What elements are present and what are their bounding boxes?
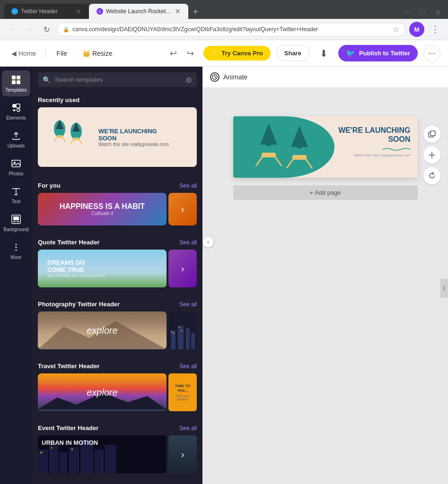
tab-twitter-header[interactable]: 🐦 Twitter Header ✕ xyxy=(4,4,89,19)
canvas-area: Animate xyxy=(202,67,448,484)
browser-chrome: 🐦 Twitter Header ✕ C Website Launch Rock… xyxy=(0,0,448,40)
panel-collapse-button[interactable]: ‹ xyxy=(202,236,214,248)
svg-rect-0 xyxy=(12,76,16,79)
uploads-icon xyxy=(10,130,22,141)
svg-point-13 xyxy=(16,244,17,245)
wave-divider xyxy=(338,147,410,151)
redo-button[interactable]: ↪ xyxy=(183,46,198,61)
purple-arrow-icon: › xyxy=(181,263,184,274)
sidebar-item-uploads[interactable]: Uploads xyxy=(2,126,30,152)
dreams-sub: We will help you achieve them xyxy=(47,273,157,278)
travel-explore-template[interactable]: explore xyxy=(38,373,167,411)
browser-menu-button[interactable]: ⋮ xyxy=(428,23,442,35)
app-header: ◀ Home File 👑 Resize ↩ ↪ ⭐ Try Canva Pro… xyxy=(0,40,448,67)
sidebar: Templates Elements Uploads xyxy=(0,67,32,484)
svg-rect-16 xyxy=(45,117,93,155)
launching-title: WE'RE LAUNCHINGSOON xyxy=(98,128,169,142)
launching-subtext: Watch this site reallygreasite.com xyxy=(98,142,169,147)
undo-button[interactable]: ↩ xyxy=(166,46,181,61)
forward-button[interactable]: → xyxy=(23,23,36,36)
back-button[interactable]: ← xyxy=(6,23,19,36)
file-menu[interactable]: File xyxy=(52,47,72,60)
svg-rect-28 xyxy=(186,328,190,349)
canvas-scroll[interactable]: WE'RE LAUNCHINGSOON Watch this site real… xyxy=(202,88,448,484)
user-avatar[interactable]: M xyxy=(409,22,424,37)
time-to-travel-template[interactable]: TIME TOTRA... Start your dreams xyxy=(168,373,197,411)
svg-rect-10 xyxy=(13,216,19,220)
maximize-button[interactable]: □ xyxy=(416,6,429,19)
duplicate-button[interactable] xyxy=(423,126,440,143)
tab-canva[interactable]: C Website Launch Rocketship Twitt... ✕ xyxy=(89,4,188,19)
explore-text: explore xyxy=(87,325,118,336)
explore-template[interactable]: explore xyxy=(38,311,167,349)
sidebar-item-templates[interactable]: Templates xyxy=(2,70,30,96)
sidebar-item-more[interactable]: More xyxy=(2,238,30,264)
minimize-button[interactable]: ─ xyxy=(401,6,414,19)
home-label: Home xyxy=(18,50,36,57)
more-label: More xyxy=(11,255,22,260)
try-pro-button[interactable]: ⭐ Try Canva Pro xyxy=(203,46,270,60)
more-options-button[interactable]: ··· xyxy=(423,45,440,62)
close-button[interactable]: ✕ xyxy=(431,6,444,19)
svg-rect-19 xyxy=(57,135,62,138)
svg-rect-2 xyxy=(12,80,16,84)
svg-rect-7 xyxy=(12,160,20,167)
text-icon xyxy=(10,186,22,197)
purple-template[interactable]: › xyxy=(168,250,197,287)
event-see-all[interactable]: See all xyxy=(179,425,197,432)
sidebar-item-photos[interactable]: Photos xyxy=(2,154,30,180)
share-button[interactable]: Share xyxy=(276,45,309,61)
quote-row: DREAMS DOCOME TRUE We will help you achi… xyxy=(38,250,197,287)
filter-button[interactable]: ⚙ xyxy=(185,75,192,84)
happiness-template[interactable]: HAPPINESS IS A HABIT Cultivate it xyxy=(38,193,167,225)
travel-see-all[interactable]: See all xyxy=(179,363,197,370)
add-page-button[interactable]: + Add page xyxy=(233,185,418,200)
launching-soon-template[interactable]: WE'RE LAUNCHINGSOON Watch this site real… xyxy=(38,107,197,167)
arrow-template[interactable]: › xyxy=(168,193,197,225)
bookmark-icon[interactable]: ☆ xyxy=(393,25,399,34)
city-template[interactable] xyxy=(168,311,197,349)
svg-rect-5 xyxy=(16,104,20,108)
address-bar[interactable]: 🔒 canva.com/design/DAEtQDNUYA0/dmc3tVZgc… xyxy=(57,23,405,36)
download-button[interactable]: ⬇ xyxy=(315,45,333,62)
tab-close-1[interactable]: ✕ xyxy=(76,8,81,15)
photography-see-all[interactable]: See all xyxy=(179,301,197,308)
rocket-thumbnail xyxy=(45,115,93,159)
svg-rect-38 xyxy=(69,447,79,473)
tab-bar: 🐦 Twitter Header ✕ C Website Launch Rock… xyxy=(0,0,448,19)
sidebar-item-elements[interactable]: Elements xyxy=(2,98,30,124)
svg-rect-3 xyxy=(17,80,20,84)
travel-title: Travel Twitter Header xyxy=(38,363,100,370)
tab-close-2[interactable]: ✕ xyxy=(175,8,181,15)
scroll-right-indicator xyxy=(440,279,448,300)
urban-template[interactable]: URBAN IN MOTION xyxy=(38,435,167,473)
dreams-template[interactable]: DREAMS DOCOME TRUE We will help you achi… xyxy=(38,250,167,287)
launching-card-text: WE'RE LAUNCHINGSOON Watch this site real… xyxy=(98,128,169,147)
dreams-text: DREAMS DOCOME TRUE xyxy=(47,259,157,273)
resize-menu[interactable]: 👑 Resize xyxy=(78,47,117,60)
animate-label[interactable]: Animate xyxy=(223,73,247,81)
svg-rect-48 xyxy=(430,131,435,136)
reload-button[interactable]: ↻ xyxy=(40,23,53,36)
sidebar-item-background[interactable]: Background xyxy=(2,210,30,236)
templates-label: Templates xyxy=(5,87,27,93)
for-you-see-all[interactable]: See all xyxy=(179,182,197,189)
home-button[interactable]: ◀ Home xyxy=(8,47,40,60)
publish-button[interactable]: 🐦 Publish to Twitter xyxy=(338,45,418,61)
animate-bar: Animate xyxy=(202,67,448,88)
new-tab-button[interactable]: + xyxy=(188,5,203,19)
design-canvas[interactable]: WE'RE LAUNCHINGSOON Watch this site real… xyxy=(233,116,418,178)
photos-icon xyxy=(10,158,22,169)
ttt-card: TIME TOTRA... Start your dreams xyxy=(170,382,195,402)
event-arrow-template[interactable]: › xyxy=(168,435,197,473)
search-box: 🔍 ⚙ xyxy=(38,72,197,87)
svg-rect-27 xyxy=(178,326,184,349)
search-input[interactable] xyxy=(38,72,197,87)
sidebar-item-text[interactable]: Text xyxy=(2,182,30,208)
templates-panel: 🔍 ⚙ Recently used xyxy=(32,67,202,484)
quote-see-all[interactable]: See all xyxy=(179,239,197,246)
svg-rect-55 xyxy=(292,155,307,160)
event-header: Event Twitter Header See all xyxy=(32,421,202,435)
add-button[interactable] xyxy=(423,147,440,164)
refresh-button[interactable] xyxy=(423,167,440,184)
